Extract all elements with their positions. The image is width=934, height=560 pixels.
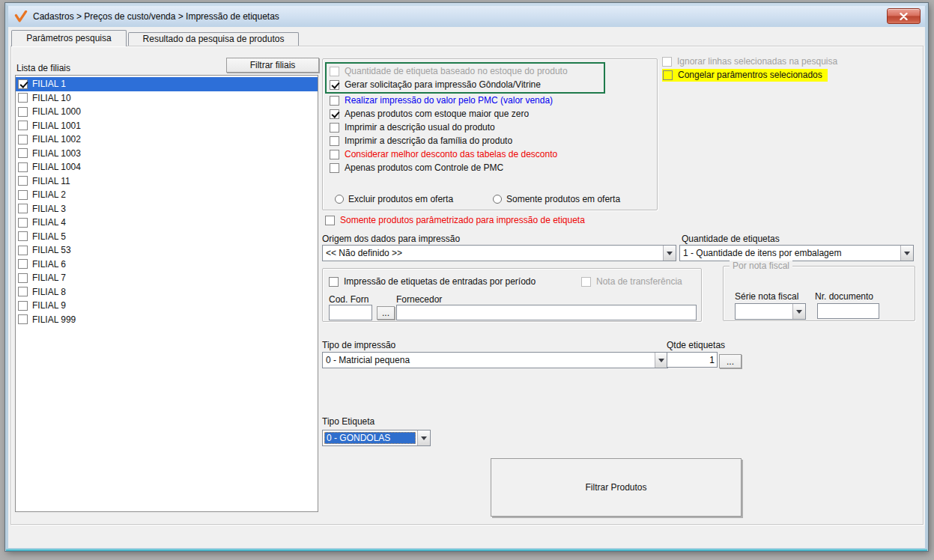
close-icon — [900, 13, 908, 20]
option-row[interactable]: Considerar melhor desconto das tabelas d… — [323, 147, 657, 161]
window-title: Cadastros > Preços de custo/venda > Impr… — [33, 11, 279, 22]
filial-row[interactable]: FILIAL 2 — [16, 188, 318, 202]
option-row[interactable]: Realizar impressão do valor pelo PMC (va… — [323, 94, 657, 107]
filial-checkbox[interactable] — [18, 231, 28, 241]
origem-dropdown-arrow-icon[interactable] — [663, 246, 676, 261]
filtrar-produtos-button[interactable]: Filtrar Produtos — [491, 458, 742, 517]
filial-row[interactable]: FILIAL 1000 — [16, 105, 318, 119]
option-row[interactable]: Quantidade de etiqueta baseado no estoqu… — [327, 64, 604, 78]
filtrar-filiais-button[interactable]: Filtrar filiais — [226, 58, 319, 73]
option-checkbox[interactable] — [330, 67, 339, 76]
ignorar-linhas-row[interactable]: Ignorar linhas selecionadas na pesquisa — [662, 56, 837, 67]
filial-row[interactable]: FILIAL 1001 — [16, 119, 318, 133]
filial-checkbox[interactable] — [18, 246, 28, 255]
filial-checkbox[interactable] — [18, 218, 28, 228]
ignorar-linhas-checkbox[interactable] — [662, 57, 672, 67]
radio-somente-oferta[interactable]: Somente produtos em oferta — [493, 194, 620, 204]
highlight-frame: Quantidade de etiqueta baseado no estoqu… — [325, 62, 605, 94]
origem-combobox[interactable]: << Não definido >> — [322, 245, 676, 261]
quantidade-dropdown-arrow-icon[interactable] — [900, 246, 913, 261]
option-checkbox[interactable] — [330, 136, 339, 146]
filial-row[interactable]: FILIAL 1004 — [16, 160, 318, 174]
filial-label: FILIAL 1000 — [32, 106, 81, 117]
nota-fiscal-caption: Por nota fiscal — [730, 261, 792, 271]
filial-row[interactable]: FILIAL 3 — [16, 202, 318, 216]
filial-checkbox[interactable] — [18, 107, 28, 117]
tipo-etiqueta-combobox[interactable]: 0 - GONDOLAS — [322, 430, 431, 446]
filial-checkbox[interactable] — [18, 301, 28, 311]
tipo-impressao-dropdown-arrow-icon[interactable] — [655, 353, 667, 368]
nota-transferencia-checkbox[interactable] — [581, 277, 591, 287]
serie-dropdown-arrow-icon[interactable] — [792, 304, 805, 319]
nota-fiscal-group: Por nota fiscal Série nota fiscal Nr. do… — [723, 266, 915, 321]
filial-row[interactable]: FILIAL 11 — [16, 174, 318, 189]
filial-row[interactable]: FILIAL 999 — [16, 313, 318, 327]
cod-forn-input[interactable] — [329, 305, 372, 320]
filial-checkbox[interactable] — [18, 93, 28, 103]
filial-row[interactable]: FILIAL 8 — [16, 285, 318, 299]
titlebar[interactable]: Cadastros > Preços de custo/venda > Impr… — [8, 6, 925, 27]
filial-row[interactable]: FILIAL 6 — [16, 258, 318, 272]
qtde-etiquetas-browse-button[interactable]: ... — [719, 354, 742, 368]
close-button[interactable] — [887, 8, 921, 24]
somente-parametrizado-label: Somente produtos parâmetrizado para impr… — [340, 215, 585, 225]
tab-resultado-pesquisa[interactable]: Resultado da pesquisa de produtos — [128, 32, 299, 46]
option-checkbox[interactable] — [330, 123, 339, 133]
tab-parametros-pesquisa[interactable]: Parâmetros pesquisa — [11, 30, 127, 46]
somente-parametrizado-row[interactable]: Somente produtos parâmetrizado para impr… — [325, 215, 585, 225]
congelar-checkbox[interactable] — [663, 70, 673, 80]
filial-checkbox[interactable] — [18, 190, 28, 200]
filial-checkbox[interactable] — [18, 259, 28, 269]
option-row[interactable]: Gerar solicitação para impressão Gôndola… — [327, 78, 604, 91]
filial-row[interactable]: FILIAL 10 — [16, 91, 318, 106]
radio-somente-oferta-circle[interactable] — [493, 195, 502, 204]
filial-row[interactable]: FILIAL 9 — [16, 299, 318, 313]
filial-row[interactable]: FILIAL 4 — [16, 216, 318, 230]
option-row[interactable]: Imprimir a descrição usual do produto — [323, 121, 657, 134]
filial-row[interactable]: FILIAL 7 — [16, 271, 318, 285]
entradas-periodo-checkbox[interactable] — [329, 277, 339, 287]
qtde-etiquetas-input[interactable] — [667, 352, 718, 368]
quantidade-etiquetas-combobox[interactable]: 1 - Quantidade de itens por embalagem — [679, 245, 914, 261]
filial-checkbox[interactable] — [18, 314, 28, 324]
filial-row[interactable]: FILIAL 1002 — [16, 133, 318, 147]
filial-row[interactable]: FILIAL 1 — [16, 77, 318, 91]
tipo-impressao-combobox[interactable]: 0 - Matricial pequena — [322, 352, 668, 368]
radio-excluir-oferta[interactable]: Excluir produtos em oferta — [335, 194, 453, 204]
lista-filiais-label: Lista de filiais — [16, 63, 70, 73]
option-checkbox[interactable] — [330, 96, 339, 106]
congelar-row[interactable]: Congelar parâmentros selecionados — [662, 69, 828, 82]
option-row[interactable]: Apenas produtos com Controle de PMC — [323, 161, 657, 174]
ignorar-linhas-label: Ignorar linhas selecionadas na pesquisa — [677, 56, 837, 67]
filial-checkbox[interactable] — [18, 287, 28, 296]
filial-checkbox[interactable] — [18, 121, 28, 130]
filiais-listbox[interactable]: FILIAL 1FILIAL 10FILIAL 1000FILIAL 1001F… — [15, 75, 318, 512]
serie-nota-fiscal-combobox[interactable] — [735, 303, 806, 320]
entradas-periodo-row[interactable]: Impressão de etiquetas de entradas por p… — [329, 276, 536, 287]
option-checkbox[interactable] — [330, 109, 339, 119]
nota-transferencia-row[interactable]: Nota de transferência — [581, 276, 682, 287]
somente-parametrizado-checkbox[interactable] — [325, 216, 335, 225]
filial-row[interactable]: FILIAL 5 — [16, 230, 318, 244]
radio-excluir-oferta-circle[interactable] — [335, 195, 344, 204]
option-checkbox[interactable] — [330, 163, 339, 173]
option-checkbox[interactable] — [330, 150, 339, 159]
cod-forn-browse-button[interactable]: ... — [377, 306, 395, 320]
filial-row[interactable]: FILIAL 53 — [16, 243, 318, 258]
filial-checkbox[interactable] — [18, 176, 28, 186]
filial-checkbox[interactable] — [18, 162, 28, 172]
filial-checkbox[interactable] — [18, 79, 28, 89]
filial-row[interactable]: FILIAL 1003 — [16, 147, 318, 161]
filial-checkbox[interactable] — [18, 273, 28, 283]
option-row[interactable]: Apenas produtos com estoque maior que ze… — [323, 107, 657, 121]
filial-checkbox[interactable] — [18, 204, 28, 213]
tipo-etiqueta-dropdown-arrow-icon[interactable] — [417, 430, 430, 445]
option-label: Considerar melhor desconto das tabelas d… — [345, 149, 557, 159]
option-checkbox[interactable] — [330, 80, 339, 90]
filial-checkbox[interactable] — [18, 135, 28, 144]
fornecedor-input[interactable] — [396, 305, 697, 320]
option-row[interactable]: Imprimir a descrição da família do produ… — [323, 134, 657, 147]
filial-checkbox[interactable] — [18, 148, 28, 158]
filial-label: FILIAL 1 — [32, 79, 66, 89]
nr-documento-input[interactable] — [817, 303, 879, 319]
